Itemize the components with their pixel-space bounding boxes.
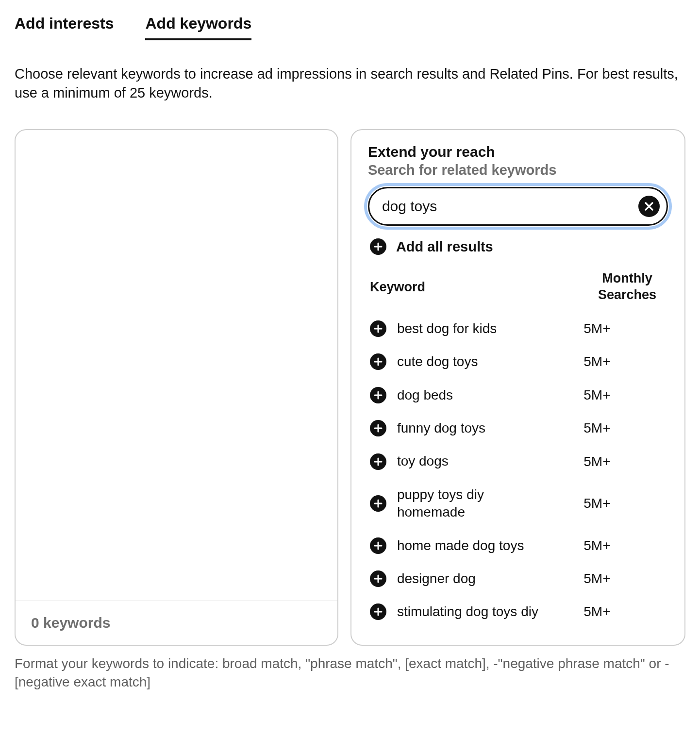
result-keyword: funny dog toys: [397, 419, 548, 437]
result-keyword: cute dog toys: [397, 353, 548, 370]
result-keyword: stimulating dog toys diy: [397, 603, 548, 620]
extend-subtitle: Search for related keywords: [368, 162, 668, 178]
result-searches: 5M+: [558, 454, 636, 469]
extend-reach-panel: Extend your reach Search for related key…: [350, 129, 685, 646]
result-searches: 5M+: [558, 571, 636, 586]
result-searches: 5M+: [558, 420, 636, 436]
extend-title: Extend your reach: [368, 144, 668, 160]
result-searches: 5M+: [558, 354, 636, 369]
add-keyword-button[interactable]: [370, 603, 386, 620]
search-pill: [368, 187, 668, 226]
close-icon: [644, 201, 654, 211]
result-row: designer dog5M+: [368, 562, 668, 595]
selected-keywords-panel: 0 keywords: [15, 129, 338, 646]
column-header-keyword: Keyword: [370, 280, 588, 295]
result-row: stimulating dog toys diy5M+: [368, 595, 668, 628]
add-all-label: Add all results: [396, 239, 493, 255]
result-keyword: best dog for kids: [397, 320, 548, 337]
add-keyword-button[interactable]: [370, 495, 386, 512]
result-keyword: puppy toys diy homemade: [397, 486, 548, 521]
result-searches: 5M+: [558, 321, 636, 336]
result-row: funny dog toys5M+: [368, 412, 668, 445]
tab-add-keywords[interactable]: Add keywords: [145, 15, 251, 40]
result-keyword: home made dog toys: [397, 537, 548, 554]
results-list[interactable]: best dog for kids5M+cute dog toys5M+dog …: [368, 312, 668, 646]
clear-search-button[interactable]: [638, 196, 660, 217]
add-keyword-button[interactable]: [370, 537, 386, 554]
add-keyword-button[interactable]: [370, 453, 386, 470]
result-keyword: designer dog: [397, 570, 548, 587]
add-all-results-button[interactable]: Add all results: [368, 238, 668, 255]
plus-icon: [374, 541, 383, 550]
plus-icon: [374, 391, 383, 400]
plus-icon: [370, 238, 386, 255]
result-searches: 5M+: [558, 604, 636, 620]
result-row: best dog for kids5M+: [368, 312, 668, 345]
result-row: cute dog toys5M+: [368, 345, 668, 378]
add-keyword-button[interactable]: [370, 320, 386, 337]
add-keyword-button[interactable]: [370, 353, 386, 370]
tab-add-interests[interactable]: Add interests: [15, 15, 114, 40]
column-header-searches: Monthly Searches: [588, 270, 666, 303]
result-searches: 5M+: [558, 387, 636, 403]
result-row: puppy toys diy homemade5M+: [368, 478, 668, 529]
result-searches: 5M+: [558, 496, 636, 511]
plus-icon: [374, 324, 383, 333]
plus-icon: [374, 574, 383, 583]
keywords-count: 0 keywords: [16, 601, 337, 645]
result-searches: 5M+: [558, 538, 636, 553]
keyword-search-input[interactable]: [382, 198, 638, 215]
plus-icon: [374, 357, 383, 366]
result-row: dog beds5M+: [368, 379, 668, 412]
result-keyword: toy dogs: [397, 452, 548, 470]
plus-icon: [374, 607, 383, 616]
plus-icon: [374, 499, 383, 508]
tabs-container: Add interests Add keywords: [15, 15, 685, 40]
results-table-header: Keyword Monthly Searches: [368, 270, 668, 312]
search-wrapper: [368, 187, 668, 226]
add-keyword-button[interactable]: [370, 387, 386, 403]
plus-icon: [374, 424, 383, 433]
result-keyword: dog beds: [397, 386, 548, 404]
format-hint: Format your keywords to indicate: broad …: [15, 654, 675, 691]
result-row: toy dogs5M+: [368, 445, 668, 478]
add-keyword-button[interactable]: [370, 570, 386, 587]
description-text: Choose relevant keywords to increase ad …: [15, 65, 684, 102]
selected-keywords-body[interactable]: [16, 130, 337, 601]
add-keyword-button[interactable]: [370, 420, 386, 436]
result-row: home made dog toys5M+: [368, 529, 668, 562]
plus-icon: [374, 457, 383, 466]
